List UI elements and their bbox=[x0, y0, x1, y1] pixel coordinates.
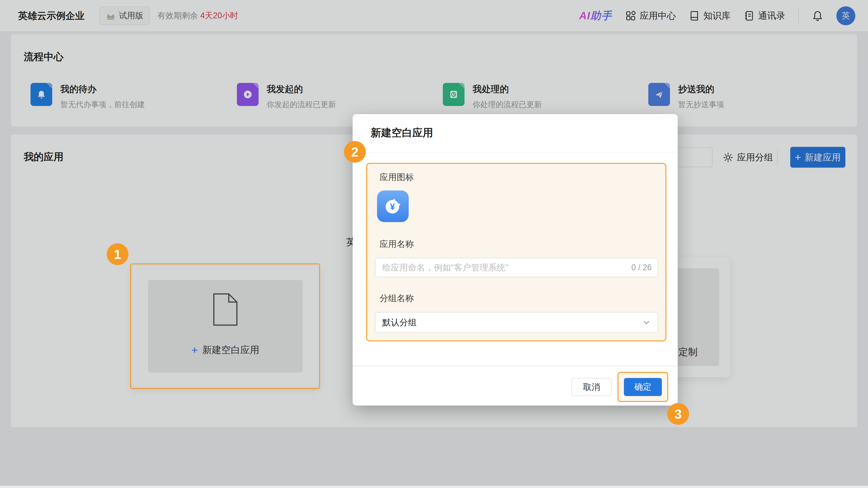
modal-footer-divider bbox=[352, 366, 678, 366]
app-icon-label: 应用图标 bbox=[379, 171, 414, 183]
confirm-highlight-box: 确定 bbox=[618, 372, 668, 402]
modal-form-highlight-box: 应用图标 ¥ 应用名称 0 / 26 分组名称 默认分组 bbox=[366, 163, 666, 341]
bottom-strip bbox=[0, 486, 868, 488]
create-blank-app-modal: 新建空白应用 应用图标 ¥ 应用名称 0 / 26 分组名称 默认分组 bbox=[352, 114, 678, 405]
modal-title-divider bbox=[352, 152, 678, 153]
cancel-button[interactable]: 取消 bbox=[571, 378, 612, 396]
group-select-value: 默认分组 bbox=[382, 317, 416, 328]
modal-title: 新建空白应用 bbox=[371, 126, 433, 140]
confirm-button[interactable]: 确定 bbox=[624, 378, 662, 396]
app-icon-picker[interactable]: ¥ bbox=[377, 191, 409, 222]
svg-text:¥: ¥ bbox=[390, 202, 395, 212]
chevron-down-icon bbox=[642, 318, 651, 327]
app-name-input[interactable] bbox=[375, 258, 658, 277]
app-screen: 英雄云示例企业 试用版 有效期剩余4天20小时 AI助手 bbox=[0, 0, 868, 488]
app-name-label: 应用名称 bbox=[379, 238, 414, 250]
app-name-field-wrap: 0 / 26 bbox=[375, 258, 658, 277]
group-name-label: 分组名称 bbox=[379, 293, 414, 304]
group-select[interactable]: 默认分组 bbox=[375, 312, 658, 333]
